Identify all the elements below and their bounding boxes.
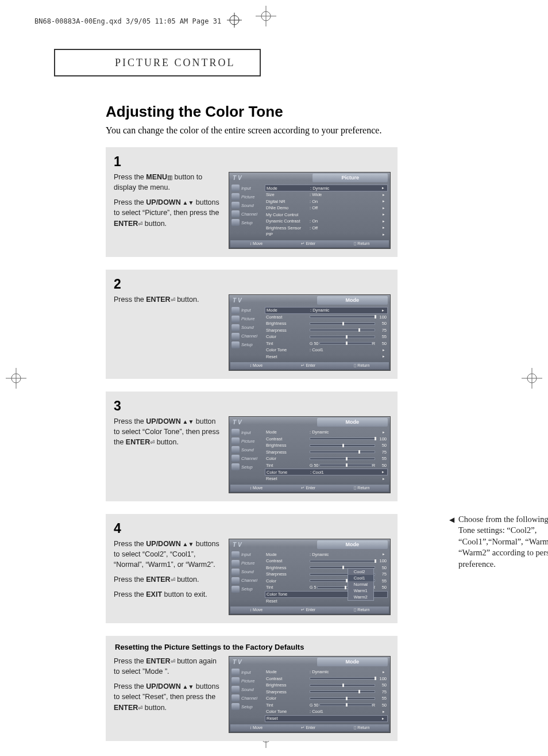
arrow-right-icon: ▸ bbox=[381, 552, 387, 557]
osd-row-label: Contrast bbox=[266, 314, 310, 320]
osd-nav-item: Setup bbox=[231, 219, 263, 226]
osd-row-value: 100 bbox=[375, 314, 387, 320]
osd-row-label: Brightness bbox=[266, 565, 310, 570]
osd-nav-icon bbox=[231, 446, 240, 453]
step-number: 3 bbox=[114, 398, 389, 414]
osd-row-label: Contrast bbox=[266, 558, 310, 563]
arrow-right-icon: ▸ bbox=[381, 199, 387, 204]
arrow-right-icon: ▸ bbox=[381, 232, 387, 237]
osd-nav-icon bbox=[231, 694, 240, 701]
osd-nav-icon bbox=[231, 677, 240, 684]
osd-title: Mode bbox=[317, 540, 388, 549]
osd-nav-item: Input bbox=[231, 669, 263, 676]
osd-nav-icon bbox=[231, 455, 240, 462]
osd-tv-label: T V bbox=[230, 418, 244, 427]
osd-nav-item: Picture bbox=[231, 438, 263, 444]
osd-row-label: Tint bbox=[266, 585, 310, 590]
osd-nav-icon bbox=[231, 202, 240, 209]
osd-screen-1: T VPictureInputPictureSoundChannelSetupM… bbox=[229, 172, 391, 249]
crop-mark-right-icon bbox=[522, 368, 542, 391]
osd-nav-icon bbox=[231, 193, 240, 200]
osd-row-label: Reset bbox=[266, 354, 310, 359]
osd-row-value: 100 bbox=[375, 436, 387, 442]
up-down-icon: ▲▼ bbox=[181, 199, 194, 206]
enter-icon: ⏎ bbox=[171, 297, 175, 303]
osd-row-value: : Cool1 bbox=[310, 347, 381, 352]
step-3-text: Press the UP/DOWN ▲▼ button to select “C… bbox=[114, 416, 222, 452]
osd-nav-item: Setup bbox=[231, 703, 263, 710]
osd-row-value: : Off bbox=[310, 205, 381, 210]
osd-row-label: Size bbox=[266, 192, 310, 197]
osd-nav-item: Picture bbox=[231, 193, 263, 200]
osd-title: Mode bbox=[317, 418, 388, 427]
enter-icon: ⏎ bbox=[171, 658, 175, 665]
osd-row-label: Reset bbox=[267, 716, 310, 721]
arrow-right-icon: ▸ bbox=[381, 430, 387, 435]
osd-row-label: DNIe Demo bbox=[266, 205, 310, 210]
osd-row-value: 75 bbox=[375, 689, 387, 694]
osd-nav-item: Sound bbox=[231, 324, 263, 331]
osd-row-label: Tint bbox=[266, 341, 310, 346]
arrow-right-icon: ▸ bbox=[380, 308, 386, 313]
osd-nav-icon bbox=[231, 333, 240, 340]
osd-nav-item: Input bbox=[231, 551, 263, 558]
osd-row-label: Mode bbox=[266, 552, 310, 557]
osd-row-label: Reset bbox=[266, 598, 310, 604]
triangle-left-icon: ◀ bbox=[449, 515, 454, 524]
osd-row: Mode: Dynamic▸ bbox=[265, 307, 388, 314]
osd-row: My Color Control▸ bbox=[266, 212, 387, 218]
step-reset: Resetting the Picture Settings to the Fa… bbox=[106, 636, 398, 741]
osd-nav-icon bbox=[231, 219, 240, 226]
osd-row: Sharpness75 bbox=[266, 689, 387, 696]
osd-row-label: Mode bbox=[266, 429, 310, 435]
osd-nav-icon bbox=[231, 185, 240, 191]
osd-row-value: : Dynamic bbox=[310, 669, 381, 674]
osd-row: Sharpness75 bbox=[266, 449, 387, 456]
osd-row-value: 55 bbox=[375, 456, 387, 461]
step-4: 4 Press the UP/DOWN ▲▼ buttons to select… bbox=[106, 514, 398, 624]
osd-row-label: Tint bbox=[266, 463, 310, 468]
osd-row: Color55 bbox=[266, 695, 387, 702]
osd-row: Color55 bbox=[266, 455, 387, 462]
osd-row: Size: Wide▸ bbox=[266, 191, 387, 198]
osd-nav-icon bbox=[231, 669, 240, 676]
arrow-right-icon: ▸ bbox=[381, 477, 387, 481]
osd-tv-label: T V bbox=[230, 658, 244, 666]
osd-nav: InputPictureSoundChannelSetup bbox=[230, 428, 264, 483]
osd-tv-label: T V bbox=[230, 296, 244, 305]
step-2-text: Press the ENTER⏎ button. bbox=[114, 294, 222, 309]
osd-title: Mode bbox=[317, 658, 388, 666]
osd-row: Dynamic Contrast: On▸ bbox=[266, 218, 387, 225]
osd-row-label: Contrast bbox=[266, 436, 310, 442]
osd-row-value: : Wide bbox=[310, 192, 381, 197]
osd-tv-label: T V bbox=[230, 174, 244, 182]
osd-dropdown-item: Cool2 bbox=[348, 569, 373, 575]
osd-nav-item: Sound bbox=[231, 686, 263, 693]
section-tab: PICTURE CONTROL bbox=[54, 49, 261, 76]
menu-icon: ▥ bbox=[167, 174, 172, 181]
arrow-right-icon: ▸ bbox=[381, 212, 387, 217]
crop-mark-top-icon bbox=[256, 6, 276, 29]
step-2: 2 Press the ENTER⏎ button. T VModeInputP… bbox=[106, 270, 398, 379]
osd-row: Mode: Dynamic▸ bbox=[266, 669, 387, 676]
osd-row: Brightness50 bbox=[266, 442, 387, 449]
arrow-right-icon: ▸ bbox=[381, 219, 387, 224]
osd-row-label: Brightness Sensor bbox=[266, 225, 310, 231]
osd-screen-4: T VModeInputPictureSoundChannelSetupMode… bbox=[229, 539, 391, 616]
osd-row-label: Color bbox=[266, 696, 310, 701]
side-note: ◀ Choose from the following Color Tone s… bbox=[458, 514, 548, 570]
section-title: PICTURE CONTROL bbox=[115, 57, 236, 69]
osd-row-label: Color Tone bbox=[266, 347, 310, 352]
osd-row: Contrast100 bbox=[266, 558, 387, 565]
osd-row-value: 50 bbox=[375, 321, 387, 326]
osd-dropdown-item: Warm2 bbox=[348, 594, 373, 600]
osd-row: Color55 bbox=[266, 333, 387, 340]
page-headline: Adjusting the Color Tone bbox=[106, 103, 502, 121]
osd-row-value: : Dynamic bbox=[310, 308, 380, 313]
osd-dropdown-item: Cool1 bbox=[348, 575, 373, 581]
osd-row-value: 100 bbox=[375, 558, 387, 563]
osd-nav-item: Setup bbox=[231, 586, 263, 593]
osd-nav-icon bbox=[231, 324, 240, 331]
osd-row: Mode: Dynamic▸ bbox=[266, 551, 387, 558]
osd-row-value: : Dynamic bbox=[310, 552, 381, 557]
